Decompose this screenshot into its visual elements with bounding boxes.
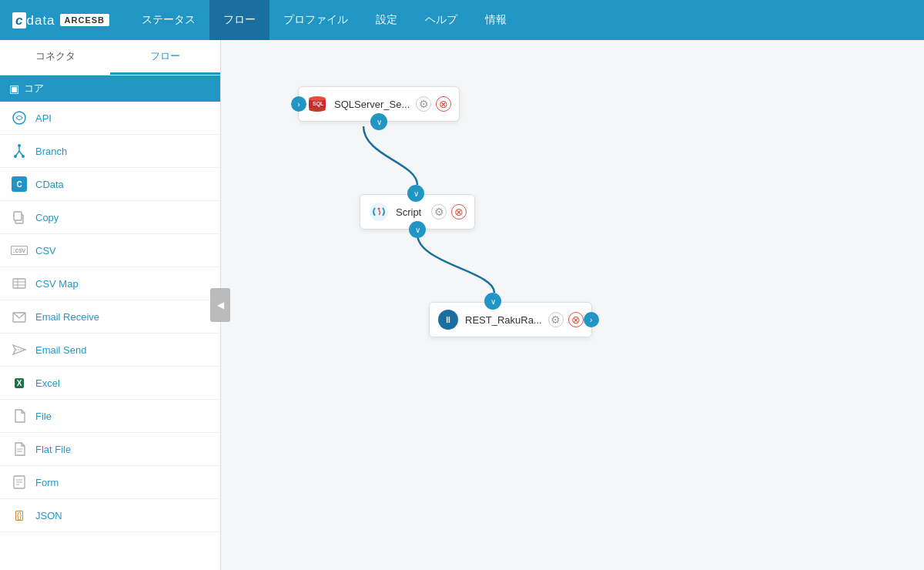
sidebar-tabs: コネクタ フロー: [0, 40, 220, 75]
sidebar-item-form[interactable]: Form: [0, 466, 220, 499]
excel-label: Excel: [35, 377, 60, 389]
logo-arcesb: ARCESB: [60, 14, 109, 26]
script-node-actions: ⚙ ⊗: [431, 204, 467, 220]
sqlserver-gear-button[interactable]: ⚙: [416, 96, 431, 112]
nav-item-profile[interactable]: プロファイル: [270, 0, 362, 40]
sidebar-item-csvmap[interactable]: CSV Map: [0, 267, 220, 300]
cdata-icon: C: [11, 176, 28, 193]
cdata-label: CData: [35, 179, 64, 190]
json-label: JSON: [35, 510, 62, 521]
rest-close-button[interactable]: ⊗: [568, 312, 584, 327]
sidebar-item-json[interactable]: {} JSON: [0, 499, 220, 532]
sidebar-collapse-button[interactable]: ◀: [210, 288, 230, 322]
csv-icon: .csv: [11, 242, 28, 259]
json-icon: {}: [11, 507, 28, 524]
copy-label: Copy: [35, 212, 59, 223]
sidebar-item-cdata[interactable]: C CData: [0, 168, 220, 201]
svg-point-24: [309, 107, 326, 112]
rest-icon: II: [437, 309, 459, 330]
node3-top-connector[interactable]: ∨: [484, 293, 501, 310]
email-receive-icon: [11, 308, 28, 325]
sidebar-section-header: ▣ コア: [0, 75, 220, 102]
flatfile-label: Flat File: [35, 444, 71, 455]
node2-top-connector[interactable]: ∨: [407, 185, 424, 202]
sqlserver-icon: SQL: [306, 93, 328, 115]
main-container: コネクタ フロー ▣ コア API Branch: [0, 40, 924, 570]
svg-point-6: [22, 155, 25, 158]
sidebar-item-email-send[interactable]: Email Send: [0, 334, 220, 367]
excel-icon: X: [11, 374, 28, 391]
header: cdata ARCESB ステータス フロー プロファイル 設定 ヘルプ 情報: [0, 0, 924, 40]
node-expand-left-sqlserver[interactable]: ›: [291, 96, 306, 112]
sidebar-item-excel[interactable]: X Excel: [0, 367, 220, 400]
sidebar-item-api[interactable]: API: [0, 102, 220, 135]
csv-label: CSV: [35, 245, 56, 256]
script-icon: [368, 201, 390, 223]
email-send-label: Email Send: [35, 344, 86, 356]
logo-area: cdata ARCESB: [12, 12, 109, 28]
tab-flow[interactable]: フロー: [110, 40, 220, 75]
canvas[interactable]: › SQL SQLServer_Se... ⚙ ⊗ ∨: [221, 40, 924, 570]
nav-item-flow[interactable]: フロー: [209, 0, 270, 40]
flow-node-rest[interactable]: II REST_RakuRa... ⚙ ⊗ ›: [429, 302, 592, 337]
nav-item-help[interactable]: ヘルプ: [411, 0, 471, 40]
svg-point-26: [370, 203, 388, 221]
script-node-label: Script: [396, 206, 425, 218]
logo-cdata: cdata: [12, 12, 55, 28]
svg-point-0: [13, 112, 25, 124]
sidebar-item-csv[interactable]: .csv CSV: [0, 234, 220, 267]
sqlserver-node-label: SQLServer_Se...: [334, 99, 410, 110]
svg-point-5: [14, 155, 17, 158]
sqlserver-connector-bottom[interactable]: ∨: [370, 113, 387, 130]
branch-label: Branch: [35, 146, 67, 157]
section-label: コア: [24, 82, 44, 96]
script-connector-bottom[interactable]: ∨: [409, 221, 426, 238]
node-expand-right-rest[interactable]: ›: [584, 312, 599, 327]
flow-node-sqlserver[interactable]: › SQL SQLServer_Se... ⚙ ⊗ ∨: [298, 86, 460, 122]
api-label: API: [35, 112, 52, 124]
api-icon: [11, 109, 28, 126]
nav-item-status[interactable]: ステータス: [128, 0, 209, 40]
rest-node-actions: ⚙ ⊗: [548, 312, 584, 327]
form-label: Form: [35, 477, 59, 488]
branch-icon: [11, 142, 28, 159]
svg-rect-9: [13, 279, 25, 288]
sidebar-item-copy[interactable]: Copy: [0, 201, 220, 234]
sidebar: コネクタ フロー ▣ コア API Branch: [0, 40, 221, 570]
section-icon: ▣: [9, 82, 19, 95]
copy-icon: [11, 209, 28, 226]
rest-gear-button[interactable]: ⚙: [548, 312, 564, 327]
form-icon: [11, 474, 28, 491]
svg-point-4: [18, 144, 21, 147]
csvmap-label: CSV Map: [35, 278, 79, 290]
sidebar-items: API Branch C CData Copy: [0, 102, 220, 570]
rest-node-label: REST_RakuRa...: [465, 314, 542, 326]
tab-connector[interactable]: コネクタ: [0, 40, 110, 75]
csvmap-icon: [11, 275, 28, 292]
sidebar-item-email-receive[interactable]: Email Receive: [0, 300, 220, 334]
flatfile-icon: [11, 441, 28, 458]
svg-point-27: [378, 208, 380, 210]
nav-item-info[interactable]: 情報: [471, 0, 521, 40]
file-icon: [11, 407, 28, 424]
svg-rect-8: [14, 212, 22, 220]
script-gear-button[interactable]: ⚙: [431, 204, 447, 220]
email-send-icon: [11, 341, 28, 358]
sidebar-item-file[interactable]: File: [0, 400, 220, 433]
sqlserver-node-actions: ⚙ ⊗: [416, 96, 451, 112]
svg-text:SQL: SQL: [313, 101, 324, 107]
sidebar-item-branch[interactable]: Branch: [0, 135, 220, 168]
script-close-button[interactable]: ⊗: [451, 204, 467, 220]
sqlserver-close-button[interactable]: ⊗: [436, 96, 451, 112]
sidebar-item-flatfile[interactable]: Flat File: [0, 433, 220, 466]
nav-item-settings[interactable]: 設定: [362, 0, 411, 40]
file-label: File: [35, 411, 52, 422]
nav-menu: ステータス フロー プロファイル 設定 ヘルプ 情報: [128, 0, 521, 40]
email-receive-label: Email Receive: [35, 311, 99, 323]
